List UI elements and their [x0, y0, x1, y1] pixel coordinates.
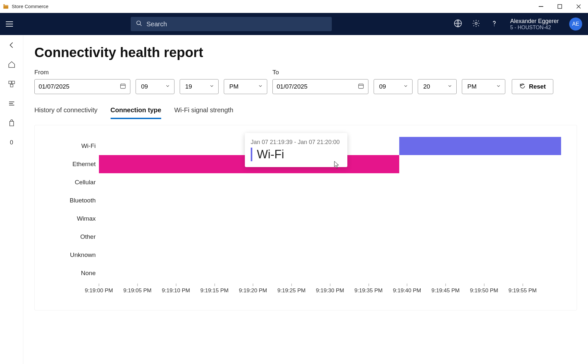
chart-x-tick: 9:19:45 PM [431, 287, 460, 294]
chevron-down-icon [209, 83, 214, 90]
search-input[interactable]: Search [131, 17, 332, 31]
svg-rect-13 [121, 84, 126, 88]
chevron-down-icon [403, 83, 408, 90]
svg-rect-17 [359, 84, 364, 88]
left-nav: 0 [0, 35, 23, 364]
svg-rect-7 [9, 81, 11, 84]
search-icon [136, 20, 142, 28]
window-title: Store Commerce [12, 4, 48, 9]
close-button[interactable] [569, 0, 588, 13]
chart-x-tick: 9:19:05 PM [123, 287, 151, 294]
boxes-icon[interactable] [7, 80, 16, 88]
chart-x-tick: 9:19:15 PM [200, 287, 229, 294]
main-content: Connectivity health report From 01/07/20… [23, 35, 588, 364]
window-controls [532, 0, 588, 13]
svg-point-5 [475, 22, 477, 25]
chevron-down-icon [165, 83, 170, 90]
chart-category-label: Bluetooth [70, 197, 96, 204]
to-group: To 01/07/2025 09 20 PM [272, 69, 505, 94]
user-name: Alexander Eggerer [510, 18, 559, 25]
chart-category-label: Ethernet [72, 161, 96, 168]
chevron-down-icon [258, 83, 263, 90]
back-icon[interactable] [7, 41, 16, 49]
bag-icon[interactable] [7, 119, 16, 127]
svg-point-6 [494, 26, 495, 26]
cursor-icon [334, 161, 339, 169]
page-title: Connectivity health report [34, 45, 577, 60]
tab-wifi-strength[interactable]: Wi-Fi signal strength [174, 106, 233, 119]
chart-tooltip: Jan 07 21:19:39 - Jan 07 21:20:00 Wi-Fi [245, 133, 347, 167]
to-label: To [272, 69, 505, 76]
reset-icon [519, 83, 526, 91]
avatar[interactable]: AE [569, 18, 582, 30]
chart-x-tick: 9:19:40 PM [393, 287, 421, 294]
header-icons [454, 19, 498, 29]
hamburger-menu-button[interactable] [6, 19, 15, 29]
svg-rect-1 [558, 5, 562, 8]
globe-icon[interactable] [454, 19, 462, 29]
from-date-input[interactable]: 01/07/2025 [34, 79, 130, 94]
reset-button[interactable]: Reset [512, 79, 553, 94]
chart[interactable]: Wi-FiEthernetCellularBluetoothWimaxOther… [41, 135, 571, 304]
chart-category-label: None [81, 270, 96, 277]
window-titlebar: Store Commerce [0, 0, 588, 13]
calendar-icon [358, 83, 364, 91]
calendar-icon [120, 83, 126, 91]
chart-category-label: Cellular [75, 179, 96, 186]
chart-x-tick: 9:19:55 PM [509, 287, 537, 294]
svg-point-2 [137, 21, 141, 25]
to-date-input[interactable]: 01/07/2025 [272, 79, 368, 94]
from-ampm-select[interactable]: PM [224, 79, 267, 94]
chart-x-axis: 9:19:00 PM9:19:05 PM9:19:10 PM9:19:15 PM… [99, 287, 561, 300]
to-ampm-select[interactable]: PM [462, 79, 505, 94]
from-hour-select[interactable]: 09 [136, 79, 174, 94]
chart-category-label: Wimax [77, 215, 96, 222]
user-location: 5 - HOUSTON-42 [510, 25, 559, 30]
to-hour-select[interactable]: 09 [374, 79, 413, 94]
chevron-down-icon [447, 83, 452, 90]
from-group: From 01/07/2025 09 19 PM [34, 69, 267, 94]
tooltip-range: Jan 07 21:19:39 - Jan 07 21:20:00 [251, 139, 340, 146]
chart-x-tick: 9:19:35 PM [354, 287, 383, 294]
gear-icon[interactable] [472, 19, 480, 29]
tab-history[interactable]: History of connectivity [34, 106, 98, 119]
chart-x-tick: 9:19:00 PM [85, 287, 113, 294]
svg-rect-0 [539, 6, 543, 7]
svg-rect-9 [10, 84, 13, 87]
tabs: History of connectivity Connection type … [34, 106, 577, 119]
chart-x-tick: 9:19:50 PM [470, 287, 498, 294]
titlebar-left: Store Commerce [3, 3, 48, 10]
chart-category-label: Other [80, 233, 96, 240]
svg-rect-8 [12, 81, 15, 84]
filters-row: From 01/07/2025 09 19 PM To 01/07/2025 [34, 69, 577, 94]
home-icon[interactable] [7, 60, 16, 69]
search-wrapper: Search [131, 17, 332, 31]
tooltip-value: Wi-Fi [251, 148, 340, 161]
list-icon[interactable] [7, 99, 16, 108]
nav-badge[interactable]: 0 [7, 138, 16, 147]
app-header: Search Alexander Eggerer 5 - HOUSTON-42 … [0, 13, 588, 35]
from-label: From [34, 69, 267, 76]
help-icon[interactable] [490, 19, 498, 29]
maximize-button[interactable] [550, 0, 569, 13]
chart-x-tick: 9:19:10 PM [162, 287, 190, 294]
minimize-button[interactable] [532, 0, 550, 13]
chart-x-tick: 9:19:30 PM [316, 287, 344, 294]
svg-line-3 [140, 24, 142, 26]
chevron-down-icon [496, 83, 501, 90]
chart-category-label: Wi-Fi [81, 142, 96, 150]
chart-x-tick: 9:19:20 PM [239, 287, 267, 294]
to-minute-select[interactable]: 20 [418, 79, 457, 94]
app-icon [3, 3, 9, 10]
chart-category-label: Unknown [70, 251, 96, 259]
chart-card: Wi-FiEthernetCellularBluetoothWimaxOther… [34, 125, 577, 310]
from-minute-select[interactable]: 19 [180, 79, 219, 94]
user-block[interactable]: Alexander Eggerer 5 - HOUSTON-42 [510, 18, 559, 30]
chart-x-tick: 9:19:25 PM [277, 287, 306, 294]
chart-bar[interactable] [399, 137, 561, 155]
tab-connection-type[interactable]: Connection type [111, 106, 162, 119]
search-placeholder: Search [146, 20, 167, 28]
